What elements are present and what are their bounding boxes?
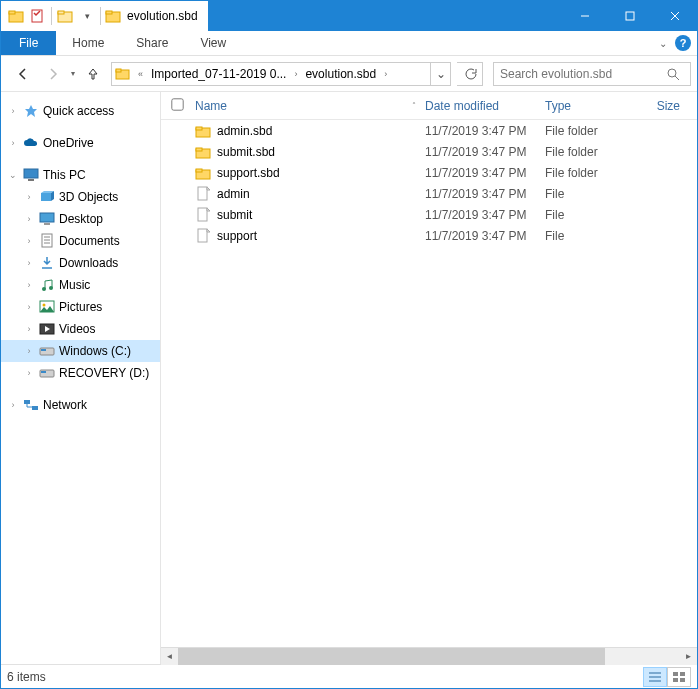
svg-rect-43: [196, 148, 202, 151]
horizontal-scrollbar[interactable]: ◄ ►: [161, 647, 697, 664]
chevron-right-icon[interactable]: ›: [380, 69, 391, 79]
qat-folder-icon[interactable]: [5, 5, 27, 27]
sidebar-item-network[interactable]: › Network: [1, 394, 160, 416]
item-date: 11/7/2019 3:47 PM: [425, 187, 545, 201]
column-name[interactable]: Name˄: [195, 99, 425, 113]
svg-point-13: [668, 69, 676, 77]
expand-icon[interactable]: ›: [7, 106, 19, 116]
svg-rect-50: [198, 229, 207, 242]
expand-icon[interactable]: ›: [7, 138, 19, 148]
breadcrumb-seg-2[interactable]: evolution.sbd: [301, 67, 380, 81]
svg-rect-48: [198, 208, 207, 221]
item-name: support.sbd: [217, 166, 280, 180]
help-icon[interactable]: ?: [675, 35, 691, 51]
expand-icon[interactable]: ›: [23, 192, 35, 202]
qat-newfolder-icon[interactable]: [54, 5, 76, 27]
item-icon: [39, 255, 55, 271]
back-button[interactable]: [11, 62, 35, 86]
maximize-button[interactable]: [607, 1, 652, 31]
sidebar-item[interactable]: › Pictures: [1, 296, 160, 318]
sidebar-item-this-pc[interactable]: ⌄ This PC: [1, 164, 160, 186]
close-button[interactable]: [652, 1, 697, 31]
tab-share[interactable]: Share: [120, 31, 184, 55]
sidebar-item[interactable]: › Music: [1, 274, 160, 296]
expand-icon[interactable]: ›: [23, 302, 35, 312]
star-icon: [23, 103, 39, 119]
sidebar-item[interactable]: › Windows (C:): [1, 340, 160, 362]
breadcrumb-folder-icon[interactable]: [112, 67, 134, 81]
expand-icon[interactable]: ›: [23, 236, 35, 246]
qat-customize-icon[interactable]: ▾: [76, 5, 98, 27]
breadcrumb-seg-1[interactable]: Imported_07-11-2019 0...: [147, 67, 290, 81]
recent-locations-icon[interactable]: ▾: [71, 69, 75, 78]
svg-rect-12: [116, 69, 121, 72]
address-bar-row: ▾ « Imported_07-11-2019 0... › evolution…: [1, 56, 697, 92]
list-item[interactable]: support 11/7/2019 3:47 PM File: [161, 225, 697, 246]
list-item[interactable]: submit 11/7/2019 3:47 PM File: [161, 204, 697, 225]
sidebar-item[interactable]: › Videos: [1, 318, 160, 340]
minimize-button[interactable]: [562, 1, 607, 31]
item-type: File: [545, 208, 639, 222]
sidebar-label: RECOVERY (D:): [59, 366, 149, 380]
item-name: admin: [217, 187, 250, 201]
sidebar-item[interactable]: › 3D Objects: [1, 186, 160, 208]
search-box[interactable]: [493, 62, 691, 86]
select-all-checkbox[interactable]: [171, 98, 183, 110]
breadcrumb-dropdown[interactable]: ⌄: [430, 63, 450, 85]
sidebar-item[interactable]: › Desktop: [1, 208, 160, 230]
svg-rect-4: [58, 11, 64, 14]
svg-rect-58: [680, 678, 685, 682]
expand-icon[interactable]: ›: [23, 346, 35, 356]
scroll-left-icon[interactable]: ◄: [161, 648, 178, 665]
svg-point-28: [42, 287, 46, 291]
refresh-button[interactable]: [457, 62, 483, 86]
list-item[interactable]: admin.sbd 11/7/2019 3:47 PM File folder: [161, 120, 697, 141]
ribbon-expand-icon[interactable]: ⌄: [659, 38, 667, 49]
expand-icon[interactable]: ›: [23, 214, 35, 224]
folder-icon: [195, 144, 211, 160]
large-icons-view-button[interactable]: [667, 667, 691, 687]
svg-rect-37: [41, 371, 46, 373]
expand-icon[interactable]: ›: [23, 280, 35, 290]
qat-properties-icon[interactable]: [27, 5, 49, 27]
list-item[interactable]: admin 11/7/2019 3:47 PM File: [161, 183, 697, 204]
expand-icon[interactable]: ›: [23, 258, 35, 268]
svg-rect-6: [106, 11, 112, 14]
breadcrumb[interactable]: « Imported_07-11-2019 0... › evolution.s…: [111, 62, 451, 86]
scroll-thumb[interactable]: [178, 648, 605, 665]
collapse-icon[interactable]: ⌄: [7, 170, 19, 180]
sidebar-item[interactable]: › RECOVERY (D:): [1, 362, 160, 384]
file-list: Name˄ Date modified Type Size admin.sbd …: [161, 92, 697, 664]
svg-rect-56: [680, 672, 685, 676]
expand-icon[interactable]: ›: [7, 400, 19, 410]
sidebar-item-onedrive[interactable]: › OneDrive: [1, 132, 160, 154]
list-item[interactable]: support.sbd 11/7/2019 3:47 PM File folde…: [161, 162, 697, 183]
svg-marker-51: [207, 229, 210, 232]
search-icon[interactable]: [666, 67, 690, 81]
expand-icon[interactable]: ›: [23, 324, 35, 334]
tab-view[interactable]: View: [184, 31, 242, 55]
expand-icon[interactable]: ›: [23, 368, 35, 378]
chevron-right-icon[interactable]: ›: [290, 69, 301, 79]
search-input[interactable]: [494, 67, 666, 81]
breadcrumb-sep[interactable]: «: [134, 69, 147, 79]
column-headers: Name˄ Date modified Type Size: [161, 92, 697, 120]
tab-home[interactable]: Home: [56, 31, 120, 55]
forward-button[interactable]: [41, 62, 65, 86]
sidebar-item[interactable]: › Documents: [1, 230, 160, 252]
column-type[interactable]: Type: [545, 99, 639, 113]
tab-file[interactable]: File: [1, 31, 56, 55]
sidebar-item-quick-access[interactable]: › Quick access: [1, 100, 160, 122]
item-icon: [39, 189, 55, 205]
sidebar-item[interactable]: › Downloads: [1, 252, 160, 274]
list-item[interactable]: submit.sbd 11/7/2019 3:47 PM File folder: [161, 141, 697, 162]
column-date[interactable]: Date modified: [425, 99, 545, 113]
title-bar: ▾ evolution.sbd: [1, 1, 697, 31]
details-view-button[interactable]: [643, 667, 667, 687]
file-icon: [195, 228, 211, 244]
svg-marker-15: [25, 105, 37, 117]
column-size[interactable]: Size: [639, 99, 681, 113]
scroll-right-icon[interactable]: ►: [680, 648, 697, 665]
item-name: support: [217, 229, 257, 243]
up-button[interactable]: [81, 62, 105, 86]
